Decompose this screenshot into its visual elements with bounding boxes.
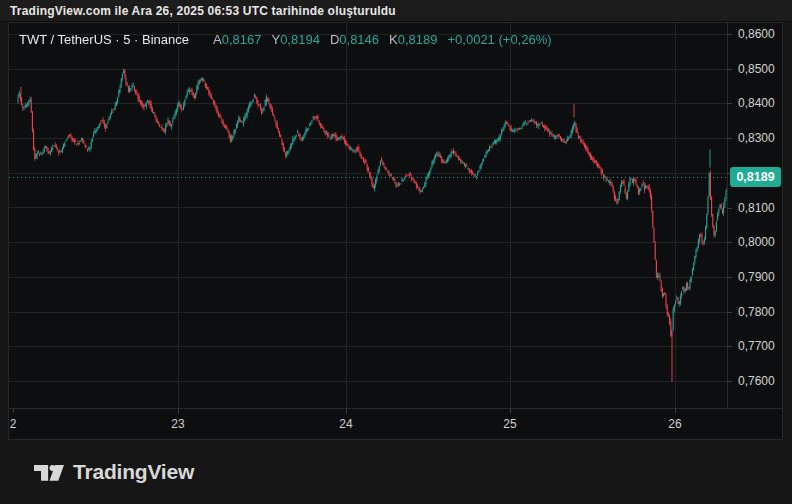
symbol-info-bar: TWT / TetherUS · 5 · Binance A0,8167 Y0,… [19, 30, 552, 48]
time-axis-label: 2 [10, 417, 17, 431]
price-axis-tick [727, 208, 732, 209]
tradingview-logo-icon [34, 460, 64, 484]
time-axis-label: 25 [503, 417, 516, 431]
time-axis-label: 24 [339, 417, 352, 431]
price-axis-label: 0,8000 [738, 234, 775, 250]
price-axis-label: 0,7800 [738, 304, 775, 320]
price-axis-tick [727, 312, 732, 313]
price-axis-tick [727, 381, 732, 382]
price-axis-label: 0,8300 [738, 130, 775, 146]
time-axis-label: 23 [171, 417, 184, 431]
close-label: K [389, 32, 398, 47]
tradingview-brand-text: TradingView [73, 460, 194, 484]
high-label: Y [271, 32, 280, 47]
time-axis-tick [346, 408, 347, 413]
chart-pane: TWT / TetherUS · 5 · Binance A0,8167 Y0,… [8, 22, 783, 440]
candlestick-chart-canvas[interactable] [9, 23, 727, 408]
change-value: +0,0021 (+0,26%) [448, 32, 552, 47]
low-value: 0,8146 [339, 32, 379, 47]
price-axis-label: 0,8100 [738, 200, 775, 216]
high-value: 0,8194 [280, 32, 320, 47]
price-axis-label: 0,7900 [738, 269, 775, 285]
time-axis-tick [510, 408, 511, 413]
plot-area[interactable]: TWT / TetherUS · 5 · Binance A0,8167 Y0,… [9, 23, 727, 408]
time-axis-label: 26 [668, 417, 681, 431]
symbol-title: TWT / TetherUS · 5 · Binance [19, 32, 189, 47]
price-axis-label: 0,7700 [738, 338, 775, 354]
close-value: 0,8189 [398, 32, 438, 47]
price-axis-tick [727, 138, 732, 139]
price-axis-tick [727, 34, 732, 35]
tradingview-snapshot: TradingView.com ile Ara 26, 2025 06:53 U… [0, 0, 792, 504]
price-axis-label: 0,7600 [738, 373, 775, 389]
price-axis-tick [727, 277, 732, 278]
footer-bar: TradingView [0, 440, 792, 504]
price-axis-label: 0,8600 [738, 26, 775, 42]
tradingview-brand-link[interactable]: TradingView [34, 460, 194, 484]
time-axis-tick [675, 408, 676, 413]
low-label: D [330, 32, 339, 47]
time-axis-tick [178, 408, 179, 413]
time-axis-tick [13, 408, 14, 413]
price-axis-label: 0,8400 [738, 95, 775, 111]
price-axis-tick [727, 346, 732, 347]
price-axis-tick [727, 242, 732, 243]
price-axis[interactable]: 0,8189 0,86000,85000,84000,83000,82000,8… [727, 23, 783, 408]
price-axis-label: 0,8500 [738, 61, 775, 77]
open-label: A [213, 32, 222, 47]
price-axis-tick [727, 69, 732, 70]
attribution-text: TradingView.com ile Ara 26, 2025 06:53 U… [10, 4, 396, 18]
time-axis[interactable]: 223242526 [9, 408, 782, 439]
attribution-bar: TradingView.com ile Ara 26, 2025 06:53 U… [0, 0, 792, 22]
price-axis-tick [727, 103, 732, 104]
current-price-badge: 0,8189 [730, 167, 781, 187]
open-value: 0,8167 [222, 32, 262, 47]
